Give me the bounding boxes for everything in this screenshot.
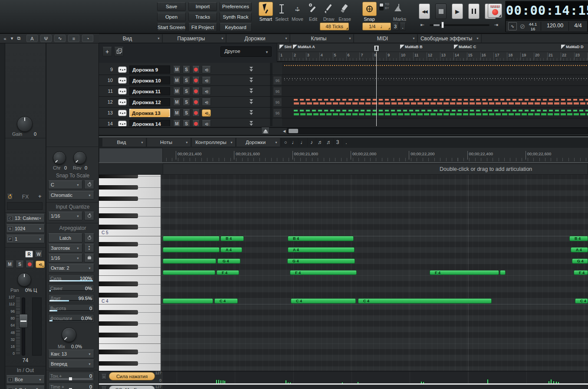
expand-chevron-icon[interactable]: [249, 67, 253, 72]
thirtysecond-note-icon[interactable]: ♬: [325, 138, 333, 147]
menu-Свободные эффекты[interactable]: Свободные эффекты▼: [418, 34, 481, 42]
midi-note[interactable]: F 4: [290, 270, 357, 275]
stop-button[interactable]: [435, 3, 447, 19]
clock-icon[interactable]: ◔: [82, 35, 93, 42]
slider-thumb[interactable]: [69, 377, 72, 380]
other-dropdown[interactable]: Другое▼: [220, 46, 272, 57]
go-start-button[interactable]: ⇤: [419, 22, 425, 28]
midi-note[interactable]: G 4: [572, 258, 588, 264]
velocity-grid[interactable]: [163, 371, 588, 383]
expand-chevron-icon[interactable]: [249, 78, 253, 83]
file-button-start-screen[interactable]: Start Screen: [157, 23, 186, 32]
arp-power-button[interactable]: [84, 233, 94, 242]
scale-power-button[interactable]: [84, 180, 94, 189]
file-button-fit-project[interactable]: Fit Project: [188, 23, 217, 32]
velocity-bar[interactable]: [218, 379, 220, 383]
go-end-button[interactable]: ⇥: [493, 22, 499, 28]
marker-flag-icon[interactable]: [561, 45, 565, 49]
fx-add-button[interactable]: +: [38, 193, 43, 199]
scroll-left-button[interactable]: ◀: [282, 128, 286, 134]
mute-button[interactable]: M: [173, 120, 181, 126]
black-key[interactable]: [99, 310, 138, 315]
tempo-display[interactable]: 120.00: [542, 23, 568, 30]
volume-fader-handle[interactable]: [19, 314, 28, 328]
gain-knob[interactable]: [17, 116, 33, 132]
track-name[interactable]: Дорожка 14: [129, 120, 170, 126]
midi-note[interactable]: [163, 258, 216, 264]
midi-note[interactable]: F 4: [217, 270, 239, 275]
mute-button[interactable]: M: [173, 77, 181, 84]
file-button-open[interactable]: Open: [157, 13, 186, 21]
solo-button[interactable]: S: [183, 88, 190, 95]
input-echo-button[interactable]: ●))): [202, 98, 211, 106]
midi-note[interactable]: B 4: [220, 236, 244, 241]
input-dropdown[interactable]: IВсе▼: [6, 375, 45, 384]
file-button-import[interactable]: Import: [188, 2, 217, 11]
black-key[interactable]: [99, 242, 138, 247]
midi-note[interactable]: F 4: [430, 270, 499, 275]
velocity-collapse-button[interactable]: −: [101, 374, 107, 379]
velocity-bar[interactable]: [224, 380, 226, 383]
menu-MIDI[interactable]: MIDI▼: [354, 34, 417, 42]
black-key[interactable]: [99, 225, 138, 229]
record-button[interactable]: [488, 3, 502, 18]
arm-button[interactable]: [192, 66, 200, 73]
marker-flag-icon[interactable]: [293, 45, 297, 49]
input-echo-button[interactable]: ●)))A: [202, 109, 211, 117]
solo-button[interactable]: S: [183, 120, 190, 126]
midi-note[interactable]: [500, 270, 506, 275]
menu-Параметры[interactable]: Параметры▼: [163, 34, 226, 42]
cpu-meter-button[interactable]: ∿: [508, 22, 517, 30]
mute-button[interactable]: M: [173, 66, 181, 73]
arp-slider-1[interactable]: Сила100%: [48, 274, 94, 283]
sixteenth-note-icon[interactable]: ♬: [316, 138, 324, 147]
midi-note[interactable]: C 4: [358, 298, 492, 304]
file-button-keyboard[interactable]: Keyboard: [220, 23, 252, 32]
clip-notes-green[interactable]: [294, 110, 588, 111]
tool-edit-button[interactable]: [306, 2, 320, 16]
bank-dropdown[interactable]: B1024▼: [6, 224, 45, 233]
expand-chevron-icon[interactable]: [249, 99, 253, 105]
play-button[interactable]: ▶: [452, 3, 463, 19]
arp-preset-spinner[interactable]: ▲▼: [84, 244, 94, 252]
marker-flag-icon[interactable]: [279, 45, 284, 49]
black-key[interactable]: [99, 333, 138, 337]
expand-chevron-icon[interactable]: [249, 121, 253, 126]
inspector-echo-button[interactable]: ●)))A: [36, 261, 45, 268]
arp-lock-button[interactable]: [84, 254, 94, 262]
inspector-solo-button[interactable]: S: [16, 261, 24, 268]
midi-note[interactable]: A 4: [220, 247, 242, 252]
file-button-tracks[interactable]: Tracks: [188, 13, 217, 21]
quantize-power-button[interactable]: [84, 212, 94, 220]
file-button-save[interactable]: Save: [157, 2, 186, 11]
marker-flag-icon[interactable]: [400, 45, 404, 49]
h-scrollbar-track[interactable]: [287, 128, 588, 134]
piano-keyboard[interactable]: C 5C 4: [99, 175, 161, 371]
menu-Клипы[interactable]: Клипы▼: [290, 34, 353, 42]
font-a-icon[interactable]: A: [26, 35, 38, 42]
whole-note-icon[interactable]: ○: [281, 138, 289, 147]
patch-dropdown[interactable]: P1▼: [6, 235, 45, 243]
articulation-hint[interactable]: Double-click or drag to add articulation: [440, 166, 532, 172]
pan-knob[interactable]: [17, 273, 31, 287]
arp-slider-4[interactable]: Высота0: [48, 304, 94, 313]
menu-icon[interactable]: ≡: [68, 35, 79, 42]
midi-note[interactable]: A 4: [571, 247, 588, 252]
tool-erase-button[interactable]: [338, 2, 352, 16]
duplicate-icon[interactable]: ⧉: [16, 35, 22, 42]
track-name-selected[interactable]: Дорожка 13: [129, 109, 170, 117]
velocity-bar[interactable]: [487, 379, 489, 383]
pitch-slider-2[interactable]: Time +0: [48, 382, 94, 389]
arp-rate-dropdown[interactable]: 1/16▼: [48, 254, 82, 262]
black-key[interactable]: [99, 281, 138, 286]
duplicate-track-button[interactable]: +: [114, 47, 124, 56]
file-button-preferences[interactable]: Preferences: [220, 2, 252, 11]
quantize-dropdown[interactable]: 1/16▼: [48, 212, 82, 220]
arm-button[interactable]: [192, 88, 200, 95]
solo-button[interactable]: S: [183, 109, 190, 117]
track-name[interactable]: Дорожка 12: [129, 98, 170, 106]
input-echo-button[interactable]: ●))): [202, 120, 211, 126]
arm-button[interactable]: [192, 109, 200, 117]
latch-button[interactable]: Latch: [48, 233, 82, 242]
arp-slider-5[interactable]: Форшлаги0.0%: [48, 314, 94, 323]
